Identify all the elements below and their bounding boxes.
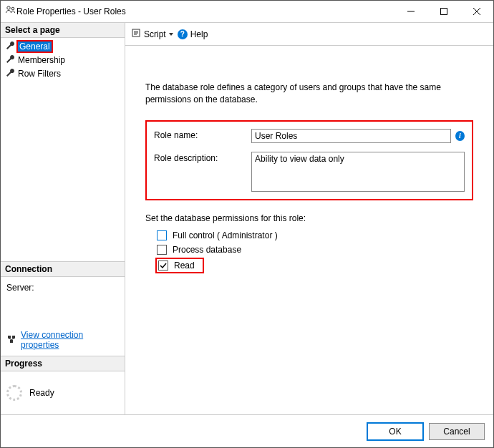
help-button[interactable]: ? Help bbox=[178, 29, 208, 39]
progress-ring-icon bbox=[6, 385, 22, 401]
wrench-icon bbox=[5, 54, 15, 66]
dialog-footer: OK Cancel bbox=[1, 414, 493, 447]
svg-line-10 bbox=[11, 339, 14, 340]
page-general[interactable]: General bbox=[1, 39, 125, 53]
role-name-label: Role name: bbox=[154, 129, 240, 140]
progress-header: Progress bbox=[1, 356, 125, 371]
role-desc-label: Role description: bbox=[154, 152, 240, 163]
dialog-body: Select a page General Membership Row Fil… bbox=[1, 22, 493, 414]
help-label: Help bbox=[190, 29, 208, 39]
dialog-window: Role Properties - User Roles Select a pa… bbox=[0, 0, 494, 448]
page-label: Membership bbox=[18, 55, 65, 65]
intro-text: The database role defines a category of … bbox=[145, 82, 473, 106]
ok-button[interactable]: OK bbox=[367, 423, 423, 440]
chevron-down-icon bbox=[169, 33, 173, 36]
content-toolbar: Script ? Help bbox=[125, 23, 493, 46]
svg-point-0 bbox=[7, 6, 10, 9]
svg-rect-3 bbox=[441, 9, 447, 15]
checkbox-icon bbox=[158, 260, 168, 271]
role-desc-input[interactable]: Ability to view data only bbox=[251, 152, 465, 192]
page-label: Row Filters bbox=[18, 69, 61, 79]
sidebar: Select a page General Membership Row Fil… bbox=[1, 23, 125, 414]
info-icon[interactable]: i bbox=[455, 131, 465, 141]
page-row-filters[interactable]: Row Filters bbox=[1, 67, 125, 80]
perm-full-control[interactable]: Full control ( Administrator ) bbox=[157, 230, 473, 240]
script-button[interactable]: Script bbox=[131, 28, 173, 40]
content-area: Script ? Help The database role defines … bbox=[125, 23, 493, 414]
cancel-button[interactable]: Cancel bbox=[429, 423, 485, 440]
script-label: Script bbox=[144, 29, 166, 39]
progress-section: Progress Ready bbox=[1, 356, 125, 414]
page-label: General bbox=[18, 42, 52, 52]
connection-header: Connection bbox=[1, 262, 125, 277]
titlebar-icon bbox=[5, 5, 16, 19]
wrench-icon bbox=[5, 67, 15, 79]
permissions-header: Set the database permissions for this ro… bbox=[145, 213, 473, 223]
page-membership[interactable]: Membership bbox=[1, 53, 125, 67]
connection-icon bbox=[6, 334, 16, 346]
page-list: General Membership Row Filters bbox=[1, 38, 125, 82]
window-title: Role Properties - User Roles bbox=[16, 6, 394, 16]
role-name-block: Role name: i Role description: Ability t… bbox=[145, 120, 473, 200]
checkbox-icon bbox=[157, 230, 167, 240]
titlebar: Role Properties - User Roles bbox=[1, 1, 493, 22]
main-panel: The database role defines a category of … bbox=[125, 46, 493, 414]
help-icon: ? bbox=[178, 29, 188, 39]
svg-rect-6 bbox=[8, 336, 11, 339]
server-label: Server: bbox=[6, 283, 119, 293]
connection-section: Connection Server: View connection prope… bbox=[1, 261, 125, 356]
select-page-header: Select a page bbox=[1, 23, 125, 38]
wrench-icon bbox=[5, 40, 15, 52]
permissions-block: Set the database permissions for this ro… bbox=[145, 213, 473, 272]
role-name-input[interactable] bbox=[251, 129, 451, 143]
close-button[interactable] bbox=[460, 1, 493, 22]
maximize-button[interactable] bbox=[427, 1, 460, 22]
svg-rect-7 bbox=[12, 336, 15, 339]
progress-status: Ready bbox=[29, 388, 54, 398]
checkbox-icon bbox=[157, 245, 167, 255]
perm-label: Read bbox=[174, 260, 195, 271]
script-icon bbox=[131, 28, 141, 40]
svg-line-9 bbox=[9, 339, 11, 340]
svg-point-1 bbox=[11, 7, 14, 10]
minimize-button[interactable] bbox=[394, 1, 427, 22]
cancel-label: Cancel bbox=[443, 427, 470, 437]
svg-rect-8 bbox=[10, 340, 13, 343]
view-connection-link[interactable]: View connection properties bbox=[21, 330, 119, 350]
perm-label: Full control ( Administrator ) bbox=[173, 230, 278, 240]
perm-label: Process database bbox=[173, 245, 241, 255]
ok-label: OK bbox=[389, 427, 401, 437]
perm-process-database[interactable]: Process database bbox=[157, 245, 473, 255]
perm-read[interactable]: Read bbox=[157, 259, 203, 272]
